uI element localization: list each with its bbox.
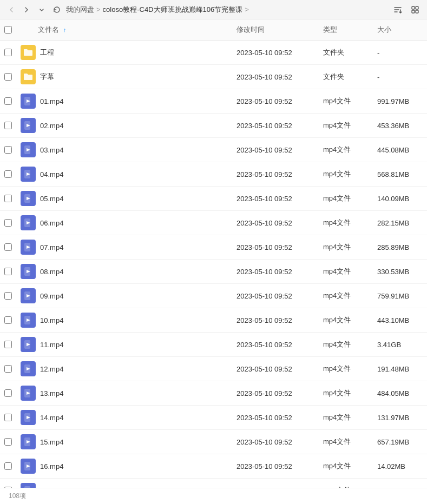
mp4-icon (21, 434, 36, 449)
row-checkbox[interactable] (4, 341, 12, 348)
mp4-icon (21, 191, 36, 206)
table-header-row: 文件名 ↑ 修改时间 类型 大小 (0, 19, 427, 41)
row-checkbox[interactable] (4, 170, 12, 178)
row-mtime-cell: 2023-05-10 09:52 (232, 114, 319, 138)
file-name-row: 09.mp4 (21, 288, 228, 303)
row-mtime-cell: 2023-05-10 09:52 (232, 138, 319, 162)
header-name[interactable]: 文件名 ↑ (16, 19, 232, 41)
row-checkbox[interactable] (4, 146, 12, 154)
row-checkbox[interactable] (4, 462, 12, 470)
table-row[interactable]: 11.mp4 2023-05-10 09:52mp4文件3.41GB (0, 333, 427, 357)
table-row[interactable]: 09.mp4 2023-05-10 09:52mp4文件759.91MB (0, 284, 427, 308)
row-mtime-cell: 2023-05-10 09:52 (232, 187, 319, 211)
row-type-cell: mp4文件 (319, 308, 373, 333)
row-name-cell: 12.mp4 (16, 357, 232, 381)
row-mtime-cell: 2023-05-10 09:52 (232, 162, 319, 187)
table-row[interactable]: 工程 2023-05-10 09:52文件夹- (0, 41, 427, 65)
row-checkbox[interactable] (4, 97, 12, 105)
table-row[interactable]: 06.mp4 2023-05-10 09:52mp4文件282.15MB (0, 211, 427, 235)
row-size-cell: 330.53MB (373, 260, 427, 284)
breadcrumb-root[interactable]: 我的网盘 (66, 5, 94, 15)
table-row[interactable]: 15.mp4 2023-05-10 09:52mp4文件657.19MB (0, 430, 427, 454)
view-toggle-button[interactable] (409, 3, 422, 16)
row-checkbox[interactable] (4, 268, 12, 275)
mp4-icon (21, 410, 36, 425)
select-all-checkbox[interactable] (4, 26, 12, 34)
header-size[interactable]: 大小 (373, 19, 427, 41)
row-checkbox[interactable] (4, 73, 12, 81)
table-row[interactable]: 字幕 2023-05-10 09:52文件夹- (0, 65, 427, 89)
row-type-cell: 文件夹 (319, 41, 373, 65)
table-row[interactable]: 04.mp4 2023-05-10 09:52mp4文件568.81MB (0, 162, 427, 187)
table-row[interactable]: 01.mp4 2023-05-10 09:52mp4文件991.97MB (0, 89, 427, 114)
row-size-cell: 991.97MB (373, 89, 427, 114)
sort-arrow-icon: ↑ (63, 26, 67, 33)
file-name-row: 16.mp4 (21, 459, 228, 474)
file-name-text: 07.mp4 (40, 243, 63, 251)
file-name-row: 01.mp4 (21, 94, 228, 109)
row-checkbox-cell (0, 284, 16, 308)
mp4-icon (21, 459, 36, 474)
breadcrumb-sep-1: > (96, 5, 101, 14)
row-type-cell: mp4文件 (319, 357, 373, 381)
row-checkbox[interactable] (4, 49, 12, 56)
table-row[interactable]: 16.mp4 2023-05-10 09:52mp4文件14.02MB (0, 454, 427, 479)
table-row[interactable]: 12.mp4 2023-05-10 09:52mp4文件191.48MB (0, 357, 427, 381)
file-name-text: 01.mp4 (40, 97, 63, 105)
refresh-button[interactable] (51, 4, 63, 16)
row-checkbox[interactable] (4, 365, 12, 373)
row-size-cell: 285.89MB (373, 235, 427, 260)
row-checkbox-cell (0, 333, 16, 357)
table-row[interactable]: 14.mp4 2023-05-10 09:52mp4文件131.97MB (0, 406, 427, 430)
row-checkbox[interactable] (4, 219, 12, 227)
file-name-row: 05.mp4 (21, 191, 228, 206)
file-name-text: 09.mp4 (40, 292, 63, 300)
back-button[interactable] (5, 4, 17, 16)
row-mtime-cell: 2023-05-10 09:52 (232, 284, 319, 308)
header-type[interactable]: 类型 (319, 19, 373, 41)
table-row[interactable]: 08.mp4 2023-05-10 09:52mp4文件330.53MB (0, 260, 427, 284)
table-row[interactable]: 05.mp4 2023-05-10 09:52mp4文件140.09MB (0, 187, 427, 211)
row-checkbox-cell (0, 138, 16, 162)
row-name-cell: 16.mp4 (16, 454, 232, 479)
table-row[interactable]: 13.mp4 2023-05-10 09:52mp4文件484.05MB (0, 381, 427, 406)
mp4-icon (21, 264, 36, 279)
row-type-cell: mp4文件 (319, 138, 373, 162)
row-name-cell: 13.mp4 (16, 381, 232, 406)
table-row[interactable]: 02.mp4 2023-05-10 09:52mp4文件453.36MB (0, 114, 427, 138)
mp4-icon (21, 142, 36, 157)
dropdown-button[interactable] (36, 4, 48, 16)
file-name-row: 15.mp4 (21, 434, 228, 449)
row-type-cell: mp4文件 (319, 114, 373, 138)
row-size-cell: 453.36MB (373, 114, 427, 138)
row-name-cell: 04.mp4 (16, 162, 232, 187)
row-checkbox[interactable] (4, 243, 12, 251)
row-checkbox[interactable] (4, 195, 12, 202)
row-checkbox[interactable] (4, 316, 12, 324)
row-name-cell: 11.mp4 (16, 333, 232, 357)
file-name-text: 15.mp4 (40, 438, 63, 446)
row-checkbox-cell (0, 357, 16, 381)
row-checkbox[interactable] (4, 438, 12, 446)
table-row[interactable]: 10.mp4 2023-05-10 09:52mp4文件443.10MB (0, 308, 427, 333)
folder-icon (21, 69, 36, 84)
row-checkbox[interactable] (4, 414, 12, 421)
table-row[interactable]: 03.mp4 2023-05-10 09:52mp4文件445.08MB (0, 138, 427, 162)
row-checkbox-cell (0, 41, 16, 65)
file-name-row: 04.mp4 (21, 167, 228, 182)
row-type-cell: 文件夹 (319, 65, 373, 89)
header-mtime[interactable]: 修改时间 (232, 19, 319, 41)
row-checkbox[interactable] (4, 122, 12, 129)
row-checkbox[interactable] (4, 292, 12, 300)
forward-button[interactable] (21, 4, 32, 16)
row-mtime-cell: 2023-05-10 09:52 (232, 41, 319, 65)
file-name-row: 工程 (21, 45, 228, 60)
row-checkbox[interactable] (4, 389, 12, 397)
svg-rect-2 (412, 10, 415, 13)
file-name-text: 13.mp4 (40, 389, 63, 397)
row-size-cell: - (373, 65, 427, 89)
row-checkbox-cell (0, 381, 16, 406)
file-name-text: 02.mp4 (40, 122, 63, 130)
table-row[interactable]: 07.mp4 2023-05-10 09:52mp4文件285.89MB (0, 235, 427, 260)
sort-button[interactable] (391, 3, 404, 16)
